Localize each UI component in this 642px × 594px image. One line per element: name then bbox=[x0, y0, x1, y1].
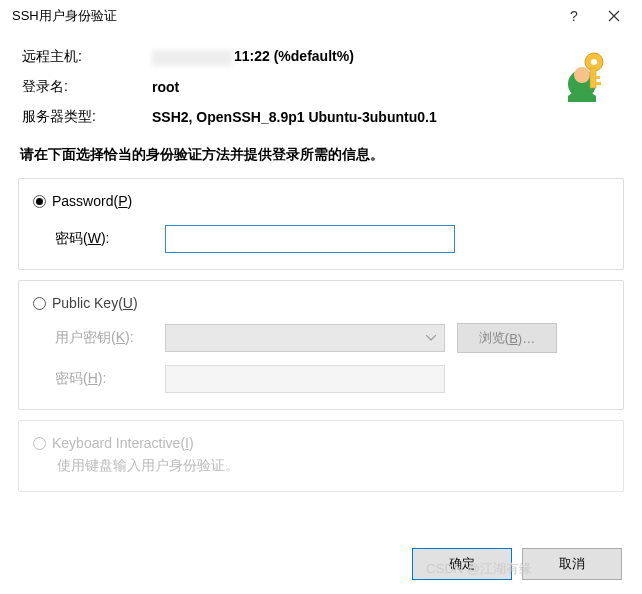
publickey-radio[interactable]: Public Key(U) bbox=[33, 295, 609, 311]
dialog-footer: 确定 取消 bbox=[412, 548, 622, 580]
keyboard-group: Keyboard Interactive(I) 使用键盘输入用户身份验证。 bbox=[18, 420, 624, 492]
password-field-row: 密码(W): bbox=[33, 225, 609, 253]
host-value: 11:22 (%default%) bbox=[152, 48, 354, 65]
userkey-row: 用户密钥(K): 浏览(B)… bbox=[33, 323, 609, 353]
radio-icon-selected bbox=[33, 195, 46, 208]
svg-rect-4 bbox=[590, 68, 596, 88]
host-blurred bbox=[152, 50, 232, 66]
server-row: 服务器类型: SSH2, OpenSSH_8.9p1 Ubuntu-3ubunt… bbox=[22, 102, 620, 132]
login-row: 登录名: root bbox=[22, 72, 620, 102]
help-button[interactable]: ? bbox=[554, 0, 594, 32]
host-label: 远程主机: bbox=[22, 48, 152, 66]
keyboard-radio-label: Keyboard Interactive(I) bbox=[52, 435, 194, 451]
svg-point-3 bbox=[591, 59, 597, 65]
pk-password-input bbox=[165, 365, 445, 393]
svg-rect-5 bbox=[596, 76, 600, 79]
server-label: 服务器类型: bbox=[22, 108, 152, 126]
connection-info: 远程主机: 11:22 (%default%) 登录名: root 服务器类型:… bbox=[0, 32, 642, 146]
login-label: 登录名: bbox=[22, 78, 152, 96]
keyboard-radio: Keyboard Interactive(I) bbox=[33, 435, 609, 451]
login-value: root bbox=[152, 79, 179, 95]
radio-icon-disabled bbox=[33, 437, 46, 450]
publickey-radio-label: Public Key(U) bbox=[52, 295, 138, 311]
browse-button: 浏览(B)… bbox=[457, 323, 557, 353]
password-input[interactable] bbox=[165, 225, 455, 253]
title-bar: SSH用户身份验证 ? bbox=[0, 0, 642, 32]
ok-button[interactable]: 确定 bbox=[412, 548, 512, 580]
pk-password-label: 密码(H): bbox=[55, 370, 165, 388]
keyboard-subtext: 使用键盘输入用户身份验证。 bbox=[33, 451, 609, 475]
password-radio-label: Password(P) bbox=[52, 193, 132, 209]
instruction-text: 请在下面选择恰当的身份验证方法并提供登录所需的信息。 bbox=[0, 146, 642, 178]
password-group: Password(P) 密码(W): bbox=[18, 178, 624, 270]
password-label: 密码(W): bbox=[55, 230, 165, 248]
close-button[interactable] bbox=[594, 0, 634, 32]
pk-password-row: 密码(H): bbox=[33, 365, 609, 393]
close-icon bbox=[608, 10, 620, 22]
chevron-down-icon bbox=[426, 335, 436, 341]
userkey-combo bbox=[165, 324, 445, 352]
publickey-group: Public Key(U) 用户密钥(K): 浏览(B)… 密码(H): bbox=[18, 280, 624, 410]
key-person-icon bbox=[552, 44, 614, 106]
svg-point-1 bbox=[574, 67, 590, 83]
radio-icon bbox=[33, 297, 46, 310]
server-value: SSH2, OpenSSH_8.9p1 Ubuntu-3ubuntu0.1 bbox=[152, 109, 437, 125]
svg-rect-6 bbox=[596, 82, 601, 85]
password-radio[interactable]: Password(P) bbox=[33, 193, 609, 209]
window-title: SSH用户身份验证 bbox=[8, 7, 554, 25]
cancel-button[interactable]: 取消 bbox=[522, 548, 622, 580]
host-row: 远程主机: 11:22 (%default%) bbox=[22, 42, 620, 72]
userkey-label: 用户密钥(K): bbox=[55, 329, 165, 347]
